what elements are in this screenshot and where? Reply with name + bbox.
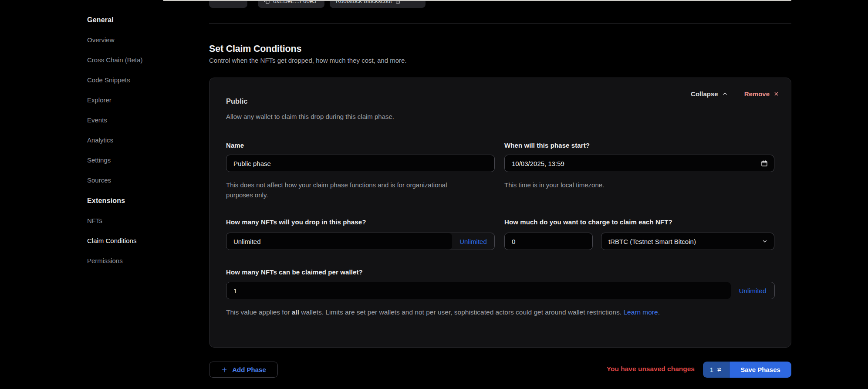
sidebar-item-explorer[interactable]: Explorer	[87, 96, 200, 104]
remove-phase-button[interactable]: Remove	[744, 90, 779, 98]
name-field-helper: This does not affect how your claim phas…	[226, 180, 448, 200]
add-phase-label: Add Phase	[232, 366, 266, 373]
page-subtitle: Control when the NFTs get dropped, how m…	[209, 57, 407, 64]
contract-sidebar: General Overview Cross Chain (Beta) Code…	[87, 16, 200, 277]
close-icon	[773, 91, 779, 97]
plus-icon	[221, 366, 228, 373]
phase-start-datetime-input[interactable]: 10/03/2025, 13:59	[504, 155, 774, 172]
chevron-down-icon	[762, 238, 768, 244]
sidebar-item-sources[interactable]: Sources	[87, 176, 200, 184]
swap-arrows-icon	[716, 367, 722, 372]
save-phases-button[interactable]: Save Phases	[730, 362, 791, 378]
sidebar-item-nfts[interactable]: NFTs	[87, 217, 200, 225]
phase-name-input[interactable]	[226, 155, 495, 172]
per-wallet-helper-bold: all	[292, 308, 299, 316]
page-title: Set Claim Conditions	[209, 44, 301, 54]
contract-address-chip[interactable]: 0xEDeE...F60e5	[258, 0, 324, 8]
claim-phase-card: Public Allow any wallet to claim this dr…	[209, 78, 791, 348]
phase-name-title: Public	[226, 97, 248, 105]
per-wallet-helper-text-1: This value applies for	[226, 308, 292, 316]
collapse-phase-button[interactable]: Collapse	[691, 90, 728, 98]
currency-select[interactable]: tRBTC (Testnet Smart Bitcoin)	[601, 233, 774, 250]
supply-input[interactable]	[226, 233, 452, 250]
header-divider	[209, 23, 791, 24]
sidebar-item-events[interactable]: Events	[87, 116, 200, 124]
unsaved-changes-warning: You have unsaved changes	[607, 365, 695, 373]
per-wallet-input[interactable]	[226, 282, 731, 299]
supply-field-label: How many NFTs will you drop in this phas…	[226, 218, 366, 226]
add-phase-button[interactable]: Add Phase	[209, 362, 278, 378]
sidebar-item-permissions[interactable]: Permissions	[87, 257, 200, 265]
sidebar-item-overview[interactable]: Overview	[87, 36, 200, 44]
phase-count-value: 1	[710, 366, 713, 373]
sidebar-item-claim-conditions[interactable]: Claim Conditions	[87, 237, 200, 245]
currency-selected-option: tRBTC (Testnet Smart Bitcoin)	[608, 238, 696, 245]
collapse-label: Collapse	[691, 90, 718, 98]
sidebar-item-settings[interactable]: Settings	[87, 156, 200, 164]
sidebar-item-analytics[interactable]: Analytics	[87, 136, 200, 144]
per-wallet-helper-text-3: .	[658, 308, 660, 316]
sidebar-section-extensions: Extensions	[87, 196, 200, 205]
supply-unlimited-toggle[interactable]: Unlimited	[452, 233, 494, 250]
price-input[interactable]	[504, 233, 593, 250]
top-banner-edge	[163, 0, 791, 1]
price-field-label: How much do you want to charge to claim …	[504, 218, 672, 226]
sidebar-item-code-snippets[interactable]: Code Snippets	[87, 76, 200, 84]
supply-input-group: Unlimited	[226, 233, 495, 250]
remove-label: Remove	[744, 90, 770, 98]
phase-card-actions: Collapse Remove	[691, 90, 779, 98]
name-field-label: Name	[226, 142, 244, 149]
phase-start-value: 10/03/2025, 13:59	[512, 160, 564, 167]
phase-description: Allow any wallet to claim this drop duri…	[226, 113, 394, 120]
toolbar-chip[interactable]	[209, 0, 247, 8]
start-field-helper: This time is in your local timezone.	[504, 180, 774, 190]
explorer-link-chip[interactable]: Rootstock Blockscout	[330, 0, 426, 8]
contract-header-chips: 0xEDeE...F60e5 Rootstock Blockscout	[209, 0, 791, 8]
sidebar-section-general: General	[87, 16, 200, 24]
calendar-icon	[761, 160, 768, 167]
per-wallet-helper-text-2: wallets. Limits are set per wallets and …	[299, 308, 623, 316]
per-wallet-unlimited-toggle[interactable]: Unlimited	[731, 282, 774, 299]
claim-conditions-panel: 0xEDeE...F60e5 Rootstock Blockscout Set …	[209, 0, 791, 389]
phase-count-button[interactable]: 1	[703, 362, 730, 378]
start-field-label: When will this phase start?	[504, 142, 590, 149]
sidebar-item-cross-chain[interactable]: Cross Chain (Beta)	[87, 56, 200, 64]
learn-more-link[interactable]: Learn more	[623, 308, 658, 316]
save-phases-split-button: 1 Save Phases	[703, 362, 791, 378]
per-wallet-input-group: Unlimited	[226, 282, 775, 299]
per-wallet-field-label: How many NFTs can be claimed per wallet?	[226, 268, 363, 276]
chevron-up-icon	[722, 91, 728, 97]
per-wallet-helper: This value applies for all wallets. Limi…	[226, 307, 731, 318]
